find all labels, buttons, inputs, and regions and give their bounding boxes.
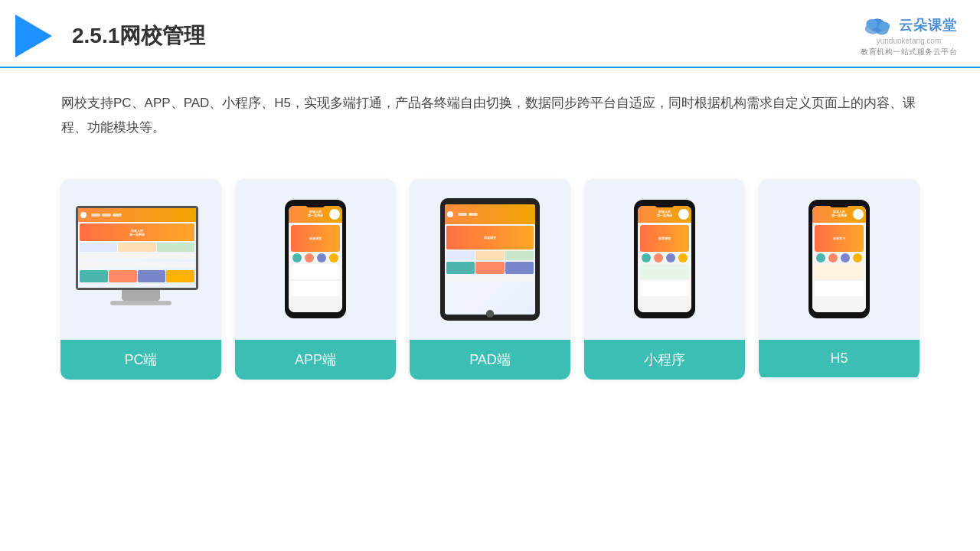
app-image-area: 职途人的第一堂网课 职途课堂 [235, 179, 396, 340]
pad-card[interactable]: 职途课堂 [410, 179, 570, 380]
cards-container: 职途人的第一堂网课 [0, 156, 980, 395]
h5-image-area: 职途人的第一堂网课 在线学习 [759, 179, 920, 340]
pc-card[interactable]: 职途人的第一堂网课 [60, 179, 221, 380]
page-title: 2.5.1网校管理 [72, 21, 205, 51]
logo-area: 云朵课堂 yunduoketang.com 教育机构一站式服务云平台 [861, 14, 957, 57]
pc-label: PC端 [60, 340, 221, 380]
h5-card[interactable]: 职途人的第一堂网课 在线学习 [759, 179, 920, 380]
app-card[interactable]: 职途人的第一堂网课 职途课堂 [235, 179, 396, 380]
logo-name: 云朵课堂 [899, 16, 957, 34]
logo-tagline: 教育机构一站式服务云平台 [861, 47, 957, 57]
svg-point-4 [878, 22, 890, 31]
desktop-screen: 职途人的第一堂网课 [76, 206, 198, 290]
pad-image-area: 职途课堂 [410, 179, 570, 340]
description-text: 网校支持PC、APP、PAD、小程序、H5，实现多端打通，产品各终端自由切换，数… [0, 68, 980, 148]
miniprogram-image-area: 职途人的第一堂网课 推荐课程 [584, 179, 745, 340]
logo-url: yunduoketang.com [877, 37, 942, 45]
tablet-screen: 职途课堂 [445, 204, 535, 315]
h5-phone-mockup: 职途人的第一堂网课 在线学习 [808, 200, 870, 318]
pad-label: PAD端 [410, 340, 570, 380]
h5-label: H5 [759, 340, 920, 377]
header-left: 2.5.1网校管理 [15, 15, 205, 57]
svg-point-3 [866, 19, 877, 29]
tablet-mockup: 职途课堂 [440, 198, 540, 321]
play-icon [15, 15, 52, 57]
cloud-icon [861, 14, 894, 37]
app-phone-mockup: 职途人的第一堂网课 职途课堂 [285, 200, 346, 318]
miniprogram-phone-mockup: 职途人的第一堂网课 推荐课程 [634, 200, 695, 318]
app-label: APP端 [235, 340, 396, 380]
miniprogram-card[interactable]: 职途人的第一堂网课 推荐课程 [584, 179, 745, 380]
desktop-mockup: 职途人的第一堂网课 [76, 206, 206, 313]
desktop-base [110, 301, 172, 305]
miniprogram-label: 小程序 [584, 340, 745, 380]
pc-image-area: 职途人的第一堂网课 [60, 179, 221, 340]
desktop-stand [122, 290, 160, 301]
logo-cloud: 云朵课堂 [861, 14, 957, 37]
page-header: 2.5.1网校管理 云朵课堂 yunduoketang.com 教育机构一站式服… [0, 0, 980, 68]
